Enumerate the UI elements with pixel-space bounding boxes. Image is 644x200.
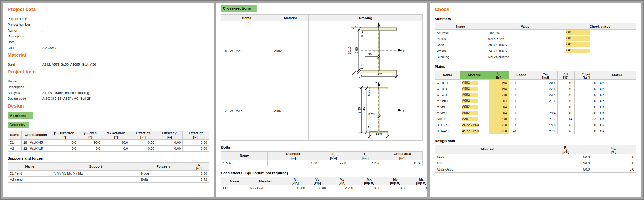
cell: OK (598, 116, 636, 122)
cell: 0.00 (156, 146, 182, 152)
geometry-badge: Geometry (8, 122, 29, 128)
col-header: Material (460, 71, 489, 80)
panel-divider (214, 3, 216, 197)
field-value: AISC 360-16 (ASD) / ACI 318-25 (42, 96, 209, 101)
col-header: Name (221, 152, 268, 160)
cell: A992 (460, 104, 489, 110)
col-header: Support (52, 163, 139, 171)
cell: OK (598, 86, 636, 92)
field-value: A992, A572 Gr.50, A1085. Gr.A, A36 (42, 62, 209, 67)
col-header: X[in] (189, 163, 209, 171)
cell: 0.0 (574, 104, 598, 110)
table-row: M2 12 - W10X15 0.0 0.0 0.0 0.00 0.00 0.0… (8, 146, 209, 152)
field-row: Author . (8, 27, 209, 33)
cell: M2 / end (8, 177, 52, 183)
members-badge: Members (8, 112, 33, 119)
cell: A572 Gr.50 (435, 166, 540, 172)
cell: C1 (8, 140, 22, 146)
cell: 10.00 (283, 185, 307, 191)
field-row: Design code AISC 360-16 (ASD) / ACI 318-… (8, 96, 209, 101)
svg-text:0.27: 0.27 (368, 124, 371, 130)
col-header: Drawing (309, 15, 422, 21)
cell: 0.00 (382, 185, 408, 191)
table-row: Analysis 100.0% OK (435, 30, 636, 36)
cell: OK (598, 122, 636, 128)
cell: N-Vy-Vz-Mx-My-Mz (52, 171, 139, 177)
cross-section-drawing: 9.99 9.45 0.27 0.27 (309, 81, 422, 141)
design-title: Design (8, 103, 209, 109)
cell: M2 / End (248, 185, 283, 191)
cell: 0.0 (50, 146, 78, 152)
cell: SHP1 (435, 116, 460, 122)
table-row: LE1 M2 / End 10.00 0.00 -17.10 0.00 0.00… (221, 185, 427, 191)
cross-section-name: 18 - W10X45 (221, 21, 272, 81)
table-row: C1 18 - W10X45 0.0 -90.0 90.0 0.00 0.00 … (8, 140, 209, 146)
field-label: Analysis (8, 90, 42, 96)
table-row: A992 50.0 5.0 (435, 154, 636, 160)
cell: LE1 (509, 92, 534, 98)
load-effects-header-row: Name Member N[kip] Vy[kip] Vz[kip] Mx[ki… (221, 177, 427, 185)
table-row: M2-w 1 A992 1/4 LE1 29.4 0.0 2.0 OK (435, 110, 636, 116)
cell: A36 (435, 160, 540, 166)
table-row: 18 - W10X45 A992 10.10 (221, 21, 422, 81)
cell: A36 (460, 116, 489, 122)
cell: 5/8 (489, 116, 509, 122)
check-status-cell (564, 54, 636, 60)
cell: 19.0 (534, 122, 557, 128)
cell: 0.0 (78, 146, 102, 152)
col-header: Vz[kip] (328, 177, 356, 185)
cell: -90.0 (78, 140, 102, 146)
cell: 3/8 (489, 92, 509, 98)
plates-title: Plates (435, 65, 636, 69)
cell: 0.4 (557, 116, 574, 122)
cell: 7.42 (189, 177, 209, 183)
table-row: A36 36.0 5.0 (435, 160, 636, 166)
status-badge (566, 54, 590, 59)
col-header: σc,Ed[ksi] (574, 71, 598, 80)
col-header: Material (435, 145, 540, 154)
cell: LE1 (509, 104, 534, 110)
cell: LE1 (509, 128, 534, 134)
col-header: fu[ksi] (348, 152, 382, 160)
field-row: Date (8, 39, 209, 45)
field-label: Design code (8, 96, 42, 101)
load-effects-title: Load effects (Equilibrium not required) (221, 171, 422, 175)
cell: 1/4 (489, 104, 509, 110)
panel-divider (427, 3, 430, 197)
check-status-cell: OK (564, 48, 636, 54)
cell: 0.0 (557, 98, 574, 104)
cross-section-material: A992 (272, 21, 309, 81)
cell: Bolts (139, 177, 189, 183)
cell: 5.0 (592, 166, 636, 172)
cell: LE1 (221, 185, 248, 191)
status-badge: OK (566, 49, 590, 53)
field-label: Code (8, 45, 42, 51)
design-data-title: Design data (435, 139, 636, 143)
summary-table: Name Value Check status Analysis 100.0% … (435, 23, 636, 60)
svg-text:9.45: 9.45 (363, 107, 366, 113)
col-header: Name (221, 177, 248, 185)
cell: 2.3 (574, 116, 598, 122)
cell: 120.0 (348, 160, 382, 166)
table-row: STIFF1b A572 Gr.50 5/16 LE1 27.5 0.0 0.0… (435, 128, 636, 134)
cell: STIFF1a (435, 122, 460, 128)
check-item-value: 28.3 < 100% (486, 42, 564, 48)
cell: LE1 (509, 122, 534, 128)
check-item-value: 73.6 < 100% (486, 48, 564, 54)
svg-text:0.35: 0.35 (366, 53, 372, 56)
table-row: 12 - W10X15 A992 9.99 (221, 81, 422, 141)
material-title: Material (8, 52, 209, 58)
table-row: Buckling Not calculated (435, 54, 636, 60)
col-header: εPl[%] (557, 71, 574, 80)
status-badge: OK (566, 36, 590, 41)
col-header: Mz[kip.ft] (408, 177, 427, 185)
design-data-header-row: Material Fy[ksi] εlim[%] (435, 145, 636, 154)
cell: 17.1 (534, 104, 557, 110)
cell: OK (598, 110, 636, 116)
col-header: Gross area[in²] (382, 152, 422, 160)
cell: 20.6 (534, 80, 557, 86)
col-header: εlim[%] (592, 145, 636, 154)
field-label: Description (8, 33, 42, 39)
cell: 22.3 (534, 86, 557, 92)
cell: 0.0 (574, 98, 598, 104)
